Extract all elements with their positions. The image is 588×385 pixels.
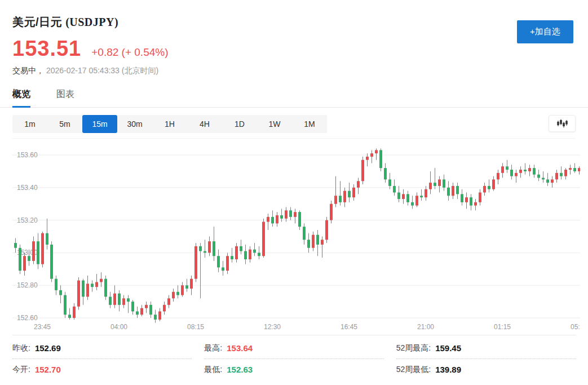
candle-up [425,189,427,197]
candlestick-icon [556,119,568,128]
candle-up [235,246,238,259]
candle-down [127,298,130,302]
candle-up [73,307,76,318]
candle-up [402,194,405,199]
trading-status: 交易中， [12,66,44,75]
candle-up [325,220,328,240]
candle-down [546,179,549,183]
y-axis-label: 153.40 [17,184,38,192]
candle-up [113,294,116,305]
stat-52wk-high: 52周最高:159.45 [396,338,576,359]
timeframe-30m[interactable]: 30m [117,115,152,133]
candle-down [118,294,121,305]
tab-overview[interactable]: 概览 [12,88,30,107]
candle-down [50,245,53,279]
candle-down [149,305,152,315]
candle-up [555,173,558,180]
candle-down [406,194,409,202]
timeframe-1D[interactable]: 1D [222,115,257,133]
candle-down [533,168,536,175]
candle-up [479,192,481,202]
candle-down [46,233,48,245]
candle-down [537,175,540,178]
stat-high: 最高:153.64 [204,338,383,359]
candle-up [519,170,522,173]
candle-up [100,279,103,282]
candle-up [452,186,454,196]
candle-down [271,217,274,224]
stat-value: 152.70 [35,365,61,374]
candle-up [285,210,288,218]
candle-up [294,212,297,217]
x-axis-label: 01:15 [494,323,511,331]
timeframe-5m[interactable]: 5m [47,115,82,133]
candle-up [361,160,364,182]
current-price: 153.51 [12,37,81,61]
candle-up [497,173,499,180]
candle-down [204,251,206,253]
candle-down [573,168,576,171]
candle-down [59,290,62,295]
candle-down [136,311,139,315]
candle-up [321,240,324,245]
candle-up [492,179,495,189]
chart-style-button[interactable] [549,115,576,132]
candle-down [82,281,85,297]
timeframe-1W[interactable]: 1W [257,115,292,133]
candle-up [578,168,580,171]
candle-down [461,194,463,202]
candle-down [222,267,224,271]
timeframe-1H[interactable]: 1H [152,115,187,133]
candle-down [213,241,215,256]
candle-up [267,217,269,222]
candle-down [28,256,30,261]
candle-down [231,256,233,259]
candle-down [339,196,342,202]
candle-down [447,188,450,196]
price-chart: 153.60153.40153.20153.00152.80152.6023:4… [12,142,580,335]
y-axis-label: 153.60 [17,151,38,159]
timeframe-1M[interactable]: 1M [292,115,327,133]
stat-label: 最低: [204,365,222,375]
candle-down [14,243,17,248]
candlestick-chart-canvas[interactable]: 153.60153.40153.20153.00152.80152.6023:4… [12,142,580,335]
tab-bar: 概览图表 [0,88,588,108]
candle-down [298,212,301,227]
candle-down [411,202,414,206]
x-axis-label: 21:00 [417,323,434,331]
candle-up [429,183,432,189]
x-axis-label: 23:45 [34,323,51,331]
x-axis-label: 04:00 [110,323,127,331]
candle-up [330,204,333,220]
candle-down [388,179,391,186]
stat-label: 今开: [12,365,30,375]
candle-down [55,279,58,290]
candle-up [465,197,468,202]
candle-down [131,302,134,311]
price-change: +0.82 (+ 0.54%) [91,46,168,59]
candle-up [528,168,531,171]
timeframe-1m[interactable]: 1m [12,115,47,133]
stat-label: 52周最高: [396,343,431,353]
candle-down [64,295,67,315]
candle-up [352,188,355,197]
timeframe-15m[interactable]: 15m [82,115,117,133]
stat-label: 昨收: [12,343,30,353]
stat-label: 最高: [204,343,222,353]
tab-chart[interactable]: 图表 [56,88,74,107]
stat-column: 52周最高:159.4552周最低:139.89 [396,338,576,380]
y-axis-label: 152.60 [17,314,38,322]
quote-datetime: 2026-02-17 05:43:33 [46,66,120,75]
candle-up [375,150,378,153]
candle-down [542,178,545,179]
quote-stats: 昨收:152.69今开:152.70最高:153.64最低:152.6352周最… [12,335,576,380]
add-watchlist-button[interactable]: +加自选 [517,20,573,43]
timeframe-4H[interactable]: 4H [187,115,222,133]
candle-up [262,222,265,256]
candle-up [515,173,518,176]
candle-down [506,166,509,170]
candle-up [438,179,441,186]
candle-up [194,246,197,279]
y-axis-label: 152.80 [17,281,38,289]
candle-up [334,196,337,203]
